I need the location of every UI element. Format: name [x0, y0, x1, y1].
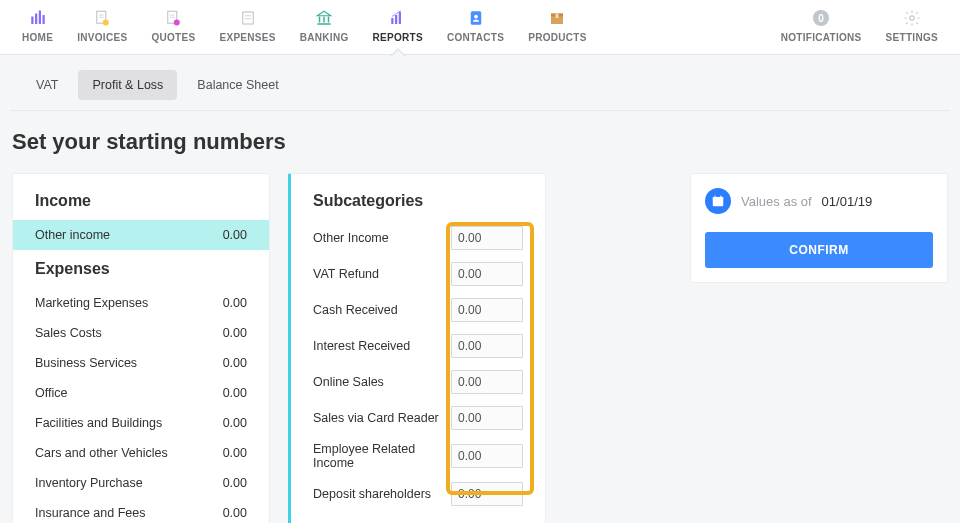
category-value: 0.00	[223, 416, 247, 430]
category-row[interactable]: Business Services0.00	[13, 348, 269, 378]
svg-rect-12	[242, 12, 253, 24]
nav-settings[interactable]: SETTINGS	[874, 8, 950, 49]
date-label: Values as of	[741, 194, 812, 209]
nav-label: EXPENSES	[219, 32, 275, 43]
subcategory-input[interactable]	[451, 334, 523, 358]
income-title: Income	[13, 192, 269, 220]
subcategory-label: Cash Received	[313, 303, 398, 317]
svg-rect-30	[713, 197, 724, 199]
expenses-icon	[239, 8, 257, 28]
svg-rect-3	[42, 15, 44, 24]
sub-nav: VAT Profit & Loss Balance Sheet	[10, 55, 950, 111]
nav-products[interactable]: PRODUCTS	[516, 8, 599, 49]
subcategory-row: Online Sales	[291, 364, 545, 400]
category-row[interactable]: Sales Costs0.00	[13, 318, 269, 348]
calendar-icon	[705, 188, 731, 214]
expenses-title: Expenses	[13, 250, 269, 288]
category-row[interactable]: Facilities and Buildings0.00	[13, 408, 269, 438]
nav-label: HOME	[22, 32, 53, 43]
products-icon	[548, 8, 566, 28]
category-value: 0.00	[223, 476, 247, 490]
svg-rect-17	[323, 17, 325, 23]
svg-rect-22	[398, 12, 400, 24]
category-label: Cars and other Vehicles	[35, 446, 168, 460]
subcategory-row: Other Income	[291, 220, 545, 256]
category-label: Insurance and Fees	[35, 506, 146, 520]
confirm-card: Values as of 01/01/19 CONFIRM	[690, 173, 948, 283]
category-value: 0.00	[223, 296, 247, 310]
invoice-icon	[93, 8, 111, 28]
date-value: 01/01/19	[822, 194, 873, 209]
subcategories-title: Subcategories	[291, 192, 545, 220]
category-row[interactable]: Cars and other Vehicles0.00	[13, 438, 269, 468]
page-title: Set your starting numbers	[0, 111, 960, 173]
subcategory-input[interactable]	[451, 482, 523, 506]
svg-rect-18	[328, 17, 330, 23]
subcategory-input[interactable]	[451, 444, 523, 468]
subnav-vat[interactable]: VAT	[22, 70, 72, 100]
category-row[interactable]: Marketing Expenses0.00	[13, 288, 269, 318]
category-label: Sales Costs	[35, 326, 102, 340]
nav-reports[interactable]: REPORTS	[361, 8, 435, 49]
subcategory-input[interactable]	[451, 298, 523, 322]
category-row-other-income[interactable]: Other income 0.00	[13, 220, 269, 250]
nav-invoices[interactable]: INVOICES	[65, 8, 139, 49]
subcategory-label: Online Sales	[313, 375, 384, 389]
category-value: 0.00	[223, 446, 247, 460]
category-value: 0.00	[223, 506, 247, 520]
subcategory-input[interactable]	[451, 406, 523, 430]
subnav-balance-sheet[interactable]: Balance Sheet	[183, 70, 292, 100]
svg-marker-15	[317, 11, 331, 16]
category-value: 0.00	[223, 228, 247, 242]
contacts-icon	[467, 8, 485, 28]
subcategory-label: Other Income	[313, 231, 389, 245]
category-row[interactable]: Inventory Purchase0.00	[13, 468, 269, 498]
quote-icon	[164, 8, 182, 28]
subcategory-label: Employee Related Income	[313, 442, 451, 470]
category-label: Other income	[35, 228, 110, 242]
nav-home[interactable]: HOME	[10, 8, 65, 49]
nav-label: INVOICES	[77, 32, 127, 43]
category-label: Office	[35, 386, 67, 400]
subcategory-label: VAT Refund	[313, 267, 379, 281]
nav-quotes[interactable]: QUOTES	[139, 8, 207, 49]
subcategory-row: Employee Related Income	[291, 436, 545, 476]
svg-rect-2	[38, 11, 40, 25]
notifications-count: 0	[813, 10, 829, 26]
nav-expenses[interactable]: EXPENSES	[207, 8, 287, 49]
banking-icon	[315, 8, 333, 28]
svg-rect-0	[31, 17, 33, 25]
nav-label: CONTACTS	[447, 32, 504, 43]
subcategory-label: Interest Received	[313, 339, 410, 353]
subnav-profit-loss[interactable]: Profit & Loss	[78, 70, 177, 100]
content: Income Other income 0.00 Expenses Market…	[0, 173, 960, 523]
category-value: 0.00	[223, 326, 247, 340]
category-value: 0.00	[223, 356, 247, 370]
subcategory-input[interactable]	[451, 370, 523, 394]
subcategory-row: Sales via Card Reader	[291, 400, 545, 436]
svg-rect-1	[35, 14, 37, 25]
subcategory-input[interactable]	[451, 262, 523, 286]
category-label: Inventory Purchase	[35, 476, 143, 490]
nav-banking[interactable]: BANKING	[288, 8, 361, 49]
top-nav: HOME INVOICES QUOTES EXPENSES BANKING RE…	[0, 0, 960, 55]
subcategory-input[interactable]	[451, 226, 523, 250]
svg-rect-21	[395, 15, 397, 24]
category-label: Marketing Expenses	[35, 296, 148, 310]
category-label: Facilities and Buildings	[35, 416, 162, 430]
subcategory-row: Interest Received	[291, 328, 545, 364]
svg-point-28	[910, 16, 915, 21]
nav-label: SETTINGS	[886, 32, 938, 43]
nav-contacts[interactable]: CONTACTS	[435, 8, 516, 49]
category-row[interactable]: Office0.00	[13, 378, 269, 408]
nav-notifications[interactable]: 0 NOTIFICATIONS	[769, 8, 874, 49]
subcategory-label: Sales via Card Reader	[313, 411, 439, 425]
confirm-button[interactable]: CONFIRM	[705, 232, 933, 268]
nav-label: QUOTES	[151, 32, 195, 43]
category-row[interactable]: Insurance and Fees0.00	[13, 498, 269, 523]
svg-point-24	[474, 15, 478, 19]
nav-label: NOTIFICATIONS	[781, 32, 862, 43]
nav-label: PRODUCTS	[528, 32, 587, 43]
subcategory-row: Deposit shareholders	[291, 476, 545, 512]
svg-point-7	[103, 20, 109, 26]
